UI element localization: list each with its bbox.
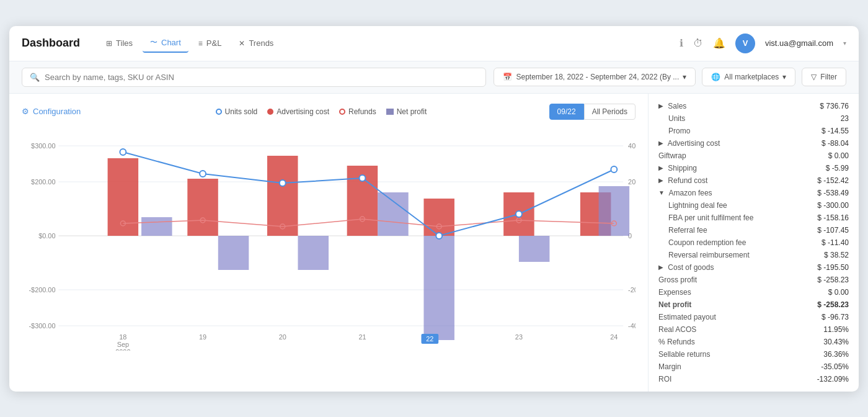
chart-icon: 〜 [150, 37, 157, 48]
legend-net-profit: Net profit [386, 107, 427, 116]
config-label: Configuration [33, 107, 81, 116]
clock-icon[interactable]: ⏱ [693, 38, 703, 49]
header: Dashboard ⊞ Tiles 〜 Chart ≡ P&L ✕ Trends… [9, 26, 859, 61]
ad-cost-label: ▶ Advertising cost [658, 139, 720, 148]
user-email: vist.ua@gmail.com [765, 38, 833, 48]
filter-controls: 📅 September 18, 2022 - September 24, 202… [494, 68, 846, 86]
units-dot-18 [120, 149, 126, 155]
nav-trends[interactable]: ✕ Trends [231, 34, 281, 53]
amazon-fees-label: ▼ Amazon fees [658, 189, 712, 197]
svg-text:-$300.00: -$300.00 [29, 321, 55, 329]
metric-real-acos: Real ACOS 11.95% [649, 323, 859, 336]
sales-expand-icon[interactable]: ▶ [658, 102, 663, 109]
app-title: Dashboard [22, 37, 80, 50]
period-all[interactable]: All Periods [584, 104, 636, 120]
refunds-label: Refunds [348, 107, 376, 116]
promo-label: Promo [658, 127, 690, 135]
metric-units: Units 23 [649, 112, 859, 125]
svg-text:$0.00: $0.00 [38, 231, 55, 239]
roi-label: ROI [658, 375, 671, 383]
units-sold-dot [216, 109, 222, 115]
units-dot-19 [200, 171, 206, 177]
nav-trends-label: Trends [249, 38, 273, 48]
filter-button[interactable]: ▽ Filter [802, 68, 846, 86]
nav-chart[interactable]: 〜 Chart [143, 34, 188, 53]
amazon-fees-value: $ -538.49 [817, 189, 849, 197]
bell-icon[interactable]: 🔔 [713, 37, 725, 49]
config-button[interactable]: ⚙ Configuration [22, 107, 81, 116]
legend-items: Units sold Advertising cost Refunds Net … [95, 107, 546, 116]
date-range-filter[interactable]: 📅 September 18, 2022 - September 24, 202… [494, 68, 696, 86]
right-panel: ▶ Sales $ 736.76 Units 23 Promo $ -14.55… [648, 94, 859, 392]
svg-text:$200.00: $200.00 [31, 177, 55, 185]
promo-value: $ -14.55 [822, 127, 849, 135]
refund-cost-expand-icon[interactable]: ▶ [658, 177, 663, 184]
coupon-fee-label: Coupon redemption fee [658, 238, 746, 247]
nav-pl-label: P&L [206, 38, 222, 48]
est-payout-label: Estimated payout [658, 313, 716, 321]
chart-area: ⚙ Configuration Units sold Advertising c… [9, 94, 648, 392]
nav-tiles[interactable]: ⊞ Tiles [99, 34, 140, 53]
margin-value: -35.05% [821, 362, 849, 371]
bar-ad-18 [108, 158, 139, 236]
units-value: 23 [841, 114, 849, 123]
referral-fee-label: Referral fee [658, 226, 707, 235]
marketplace-filter[interactable]: 🌐 All marketplaces ▾ [702, 68, 795, 86]
net-profit-label: Net profit [658, 300, 691, 309]
metric-reversal: Reversal reimbursement $ 38.52 [649, 249, 859, 261]
coupon-fee-value: $ -11.40 [822, 238, 849, 247]
metric-referral-fee: Referral fee $ -107.45 [649, 224, 859, 236]
svg-text:-$200.00: -$200.00 [29, 285, 55, 293]
svg-text:$300.00: $300.00 [31, 141, 55, 149]
metrics-table: ▶ Sales $ 736.76 Units 23 Promo $ -14.55… [649, 100, 859, 385]
shipping-expand-icon[interactable]: ▶ [658, 164, 663, 171]
units-dot-21 [360, 175, 366, 181]
expenses-label: Expenses [658, 288, 691, 297]
metric-promo: Promo $ -14.55 [649, 125, 859, 137]
shipping-value: $ -5.99 [826, 164, 849, 173]
dashboard-window: Dashboard ⊞ Tiles 〜 Chart ≡ P&L ✕ Trends… [9, 26, 859, 392]
metric-est-payout: Estimated payout $ -96.73 [649, 311, 859, 323]
ad-cost-expand-icon[interactable]: ▶ [658, 140, 663, 146]
units-dot-22 [436, 233, 442, 239]
svg-text:20: 20 [628, 177, 636, 185]
shipping-label: ▶ Shipping [658, 164, 697, 173]
period-buttons: 09/22 All Periods [549, 104, 636, 120]
metric-gross-profit: Gross profit $ -258.23 [649, 274, 859, 286]
svg-text:23: 23 [515, 333, 523, 340]
amazon-fees-expand-icon[interactable]: ▼ [658, 189, 665, 196]
legend-refunds: Refunds [339, 107, 376, 116]
svg-text:2022: 2022 [115, 348, 130, 350]
sellable-returns-label: Sellable returns [658, 350, 710, 359]
metric-lightning-fee: Lightning deal fee $ -300.00 [649, 199, 859, 212]
net-profit-rect [386, 109, 394, 115]
ad-cost-value: $ -88.04 [822, 139, 849, 148]
avatar[interactable]: V [735, 34, 755, 53]
legend-units-sold: Units sold [216, 107, 258, 116]
trends-icon: ✕ [239, 39, 245, 48]
metric-cog: ▶ Cost of goods $ -195.50 [649, 261, 859, 274]
sales-label: ▶ Sales [658, 102, 686, 110]
nav-bar: ⊞ Tiles 〜 Chart ≡ P&L ✕ Trends [99, 34, 281, 53]
metric-pct-refunds: % Refunds 30.43% [649, 336, 859, 348]
cog-expand-icon[interactable]: ▶ [658, 264, 663, 271]
bar-np-19 [218, 236, 249, 270]
period-0922[interactable]: 09/22 [549, 104, 584, 120]
svg-text:20: 20 [279, 333, 286, 340]
units-dot-23 [516, 211, 522, 217]
user-dropdown-arrow[interactable]: ▾ [843, 40, 846, 47]
info-icon[interactable]: ℹ [680, 37, 683, 49]
net-profit-label: Net profit [397, 107, 427, 116]
svg-text:-20: -20 [628, 285, 636, 293]
svg-text:18: 18 [119, 333, 126, 340]
marketplace-dropdown-arrow: ▾ [782, 73, 786, 81]
refund-cost-value: $ -152.42 [817, 176, 849, 185]
roi-value: -132.09% [817, 375, 849, 383]
search-input[interactable] [45, 73, 478, 82]
metric-amazon-fees: ▼ Amazon fees $ -538.49 [649, 187, 859, 199]
real-acos-label: Real ACOS [658, 325, 696, 334]
advertising-cost-label: Advertising cost [277, 107, 329, 116]
nav-pl[interactable]: ≡ P&L [191, 34, 229, 53]
metric-net-profit: Net profit $ -258.23 [649, 298, 859, 311]
main-content: ⚙ Configuration Units sold Advertising c… [9, 94, 859, 392]
